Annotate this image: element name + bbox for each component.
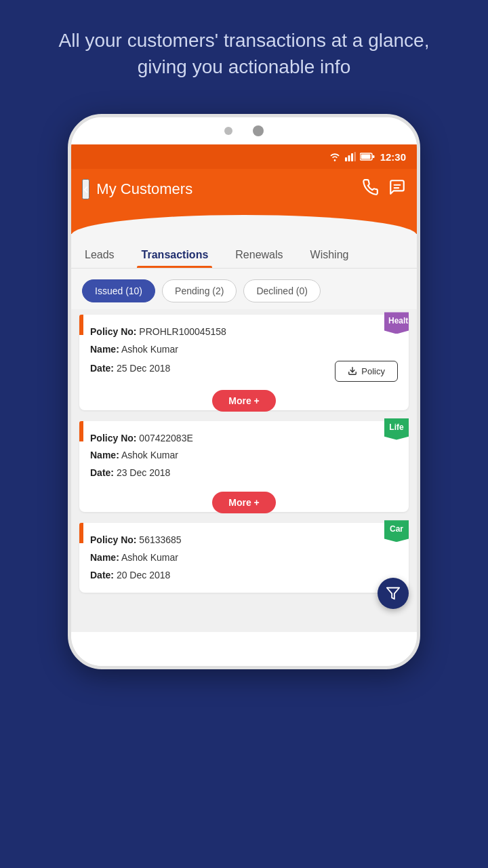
policy-date-1: Date: 25 Dec 2018: [90, 362, 170, 376]
tagline-text: All your customers' transactions at a gl…: [0, 27, 488, 114]
policy-no-value-2: 007422083E: [139, 433, 192, 443]
filter-fab-icon: [386, 586, 401, 601]
policy-no-3: Policy No: 56133685: [90, 534, 398, 547]
policy-no-value-1: PROHLR100045158: [139, 326, 226, 337]
status-icons: [329, 152, 375, 161]
battery-icon: [360, 153, 375, 161]
header-actions: [361, 178, 406, 200]
filter-fab-button[interactable]: [378, 578, 409, 609]
signal-icon: [345, 152, 356, 161]
policy-name-3: Name: Ashok Kumar: [90, 551, 398, 565]
policy-no-value-3: 56133685: [139, 534, 181, 545]
tab-leads[interactable]: Leads: [71, 242, 128, 268]
cards-container: Health Policy No: PROHLR100045158 Name: …: [71, 309, 417, 598]
back-button[interactable]: ‹: [82, 179, 89, 199]
phone-camera: [253, 125, 264, 136]
tab-renewals[interactable]: Renewals: [222, 242, 296, 268]
date-label-3: Date:: [90, 570, 114, 580]
phone-icon: [361, 178, 379, 196]
more-btn-1[interactable]: More +: [212, 390, 276, 412]
filter-pending[interactable]: Pending (2): [162, 279, 237, 302]
policy-card-2: Life Policy No: 007422083E Name: Ashok K…: [79, 421, 409, 513]
policy-card-3: Car Policy No: 56133685 Name: Ashok Kuma…: [79, 523, 409, 593]
status-time: 12:30: [380, 151, 406, 163]
download-icon-1: [348, 366, 357, 376]
tabs-container: Leads Transactions Renewals Wishing: [71, 234, 417, 269]
tab-wishing[interactable]: Wishing: [297, 242, 363, 268]
svg-rect-2: [351, 153, 353, 161]
policy-no-label-2: Policy No:: [90, 433, 136, 443]
header-left: ‹ My Customers: [82, 179, 192, 199]
name-value-3: Ashok Kumar: [121, 552, 178, 563]
filter-declined[interactable]: Declined (0): [243, 279, 320, 302]
date-label-2: Date:: [90, 467, 114, 478]
date-value-2: 23 Dec 2018: [117, 467, 170, 478]
status-bar: 12:30: [71, 144, 417, 169]
policy-no-1: Policy No: PROHLR100045158: [90, 326, 398, 339]
name-label-3: Name:: [90, 552, 119, 563]
tab-transactions[interactable]: Transactions: [128, 242, 222, 268]
policy-no-2: Policy No: 007422083E: [90, 432, 398, 446]
chat-button[interactable]: [388, 178, 406, 200]
date-value-1: 25 Dec 2018: [117, 363, 170, 374]
car-badge: Car: [384, 520, 409, 542]
policy-date-3: Date: 20 Dec 2018: [90, 569, 398, 583]
svg-rect-3: [354, 152, 356, 161]
policy-no-label-3: Policy No:: [90, 534, 136, 545]
download-policy-btn-1[interactable]: Policy: [335, 361, 398, 382]
name-label-1: Name:: [90, 344, 119, 355]
app-header: ‹ My Customers: [71, 169, 417, 234]
card-footer-1: Date: 25 Dec 2018 Policy: [90, 361, 398, 382]
phone-top-bar: [71, 117, 417, 144]
svg-rect-6: [361, 155, 370, 159]
chat-icon: [388, 178, 406, 196]
policy-no-label-1: Policy No:: [90, 326, 136, 337]
policy-card-1: Health Policy No: PROHLR100045158 Name: …: [79, 315, 409, 410]
phone-call-button[interactable]: [361, 178, 379, 200]
date-value-3: 20 Dec 2018: [117, 570, 170, 580]
date-label-1: Date:: [90, 363, 114, 374]
policy-date-2: Date: 23 Dec 2018: [90, 467, 398, 480]
name-label-2: Name:: [90, 450, 119, 460]
fab-container: [71, 598, 417, 632]
phone-sensor-left: [224, 127, 232, 135]
filter-issued[interactable]: Issued (10): [82, 279, 155, 302]
header-wave: [71, 215, 417, 235]
name-value-2: Ashok Kumar: [121, 450, 178, 460]
policy-name-2: Name: Ashok Kumar: [90, 449, 398, 462]
svg-rect-0: [345, 157, 347, 161]
svg-rect-5: [372, 155, 374, 158]
header-title: My Customers: [96, 180, 192, 198]
wifi-icon: [329, 152, 341, 161]
filter-row: Issued (10) Pending (2) Declined (0): [71, 269, 417, 309]
svg-rect-1: [348, 155, 350, 161]
app-screen: 12:30 ‹ My Customers: [71, 144, 417, 632]
phone-bottom-bar: [71, 632, 417, 666]
life-badge: Life: [384, 418, 409, 440]
svg-marker-10: [387, 588, 399, 599]
phone-shell: 12:30 ‹ My Customers: [68, 114, 420, 669]
name-value-1: Ashok Kumar: [121, 344, 178, 355]
health-badge: Health: [384, 312, 409, 334]
policy-name-1: Name: Ashok Kumar: [90, 343, 398, 357]
more-btn-2[interactable]: More +: [212, 492, 276, 513]
